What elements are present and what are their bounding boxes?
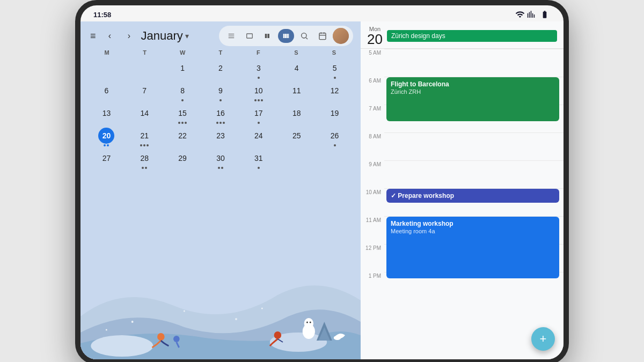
status-icons — [515, 10, 551, 19]
time-row: 8 AM — [361, 132, 564, 160]
calendar-day[interactable]: 22 — [164, 127, 201, 148]
time-label: 9 AM — [361, 160, 384, 167]
calendar-day[interactable] — [88, 59, 125, 80]
day-header-t2: T — [202, 48, 240, 57]
calendar-day[interactable]: 24 — [240, 127, 277, 148]
search-button[interactable] — [296, 28, 312, 44]
calendar-day[interactable]: 27 — [88, 149, 125, 171]
svg-point-17 — [235, 318, 237, 320]
calendar-day[interactable] — [316, 149, 353, 171]
calendar-day[interactable]: 6 — [88, 82, 125, 103]
event-subtitle: Meeting room 4a — [391, 228, 555, 234]
calendar-day[interactable]: 19 — [316, 104, 353, 125]
svg-point-6 — [304, 318, 313, 329]
time-label: 10 AM — [361, 188, 384, 195]
calendar-day[interactable]: 10 — [240, 82, 277, 103]
svg-rect-0 — [247, 34, 253, 38]
time-label: 6 AM — [361, 77, 384, 84]
svg-point-7 — [306, 322, 308, 323]
time-row: 6 AMFlight to BarcelonaZürich ZRH — [361, 77, 564, 105]
time-line[interactable] — [384, 49, 564, 77]
time-line[interactable]: Flight to BarcelonaZürich ZRH — [384, 77, 564, 105]
event-title: Marketing workshop — [391, 220, 555, 227]
menu-icon[interactable]: ≡ — [88, 28, 98, 44]
time-line[interactable]: Marketing workshopMeeting room 4a — [384, 216, 564, 244]
calendar-day[interactable] — [278, 149, 315, 171]
day-header-s1: S — [277, 48, 316, 57]
calendar-day[interactable]: 28 — [126, 149, 163, 171]
svg-rect-2 — [319, 33, 326, 40]
view-week-btn[interactable] — [278, 29, 294, 43]
time-line[interactable] — [384, 160, 564, 188]
calendar-day[interactable]: 9 — [202, 82, 239, 103]
day-header-section: Mon 20 Zürich design days — [361, 21, 564, 49]
time-line[interactable]: ✓ Prepare workshop — [384, 188, 564, 216]
view-switcher — [219, 26, 353, 46]
create-event-button[interactable] — [314, 28, 331, 44]
battery-icon — [539, 10, 551, 19]
calendar-day[interactable]: 31 — [240, 149, 277, 171]
status-bar: 11:58 — [80, 5, 564, 21]
calendar-day[interactable]: 5 — [316, 59, 353, 80]
svg-point-11 — [274, 331, 282, 339]
day-headers: M T W T F S S — [88, 48, 353, 57]
calendar-day[interactable]: 14 — [126, 104, 163, 125]
status-time: 11:58 — [93, 11, 111, 19]
calendar-day[interactable]: 1 — [164, 59, 201, 80]
event-title: ✓ Prepare workshop — [391, 192, 555, 200]
view-day-btn[interactable] — [241, 29, 258, 43]
time-label: 11 AM — [361, 216, 384, 223]
calendar-day[interactable]: 12 — [316, 82, 353, 103]
calendar-day[interactable]: 13 — [88, 104, 125, 125]
calendar-day[interactable]: 3 — [240, 59, 277, 80]
signal-icon — [527, 10, 537, 19]
calendar-day[interactable]: 20 — [88, 127, 125, 148]
view-schedule-btn[interactable] — [223, 29, 239, 43]
event-subtitle: Zürich ZRH — [391, 88, 555, 95]
time-label: 5 AM — [361, 49, 384, 56]
svg-point-19 — [261, 308, 263, 309]
prev-month-button[interactable]: ‹ — [103, 28, 118, 43]
calendar-day[interactable]: 15 — [164, 104, 201, 125]
time-row: 9 AM — [361, 160, 564, 188]
avatar[interactable] — [333, 28, 349, 44]
all-day-event[interactable]: Zürich design days — [387, 30, 557, 42]
calendar-day[interactable]: 23 — [202, 127, 239, 148]
event-block[interactable]: ✓ Prepare workshop — [386, 189, 559, 203]
calendar-day[interactable]: 4 — [278, 59, 315, 80]
event-block[interactable]: Marketing workshopMeeting room 4a — [386, 217, 559, 278]
calendar-day[interactable]: 21 — [126, 127, 163, 148]
month-dropdown-icon: ▾ — [185, 32, 189, 40]
calendar-day[interactable]: 7 — [126, 82, 163, 103]
month-title[interactable]: January ▾ — [141, 29, 215, 43]
time-row: 5 AM — [361, 49, 564, 77]
calendar-day[interactable]: 8 — [164, 82, 201, 103]
day-header-m: M — [88, 48, 126, 57]
wifi-icon — [515, 10, 525, 19]
fab-add-button[interactable]: + — [531, 327, 555, 351]
day-panel: Mon 20 Zürich design days 5 AM6 AMFlight… — [361, 21, 564, 359]
calendar-day[interactable]: 18 — [278, 104, 315, 125]
day-header-s2: S — [315, 48, 353, 57]
svg-point-15 — [131, 321, 134, 323]
calendar-day[interactable]: 26 — [316, 127, 353, 148]
view-3day-btn[interactable] — [260, 29, 276, 43]
calendar-day[interactable]: 16 — [202, 104, 239, 125]
time-label: 8 AM — [361, 132, 384, 139]
svg-point-10 — [173, 336, 180, 342]
calendar-day[interactable]: 25 — [278, 127, 315, 148]
calendar-day[interactable]: 30 — [202, 149, 239, 171]
next-month-button[interactable]: › — [122, 28, 137, 43]
time-line[interactable] — [384, 132, 564, 160]
calendar-day[interactable] — [126, 59, 163, 80]
event-block[interactable]: Flight to BarcelonaZürich ZRH — [386, 77, 559, 121]
app-content: ≡ ‹ › January ▾ — [80, 5, 564, 359]
calendar-day[interactable]: 17 — [240, 104, 277, 125]
event-title: Flight to Barcelona — [391, 80, 555, 88]
calendar-day[interactable]: 29 — [164, 149, 201, 171]
svg-point-16 — [184, 311, 185, 312]
calendar-day[interactable]: 11 — [278, 82, 315, 103]
svg-point-12 — [334, 336, 341, 340]
calendar-day[interactable]: 2 — [202, 59, 239, 80]
day-scroll[interactable]: 5 AM6 AMFlight to BarcelonaZürich ZRH7 A… — [361, 49, 564, 359]
